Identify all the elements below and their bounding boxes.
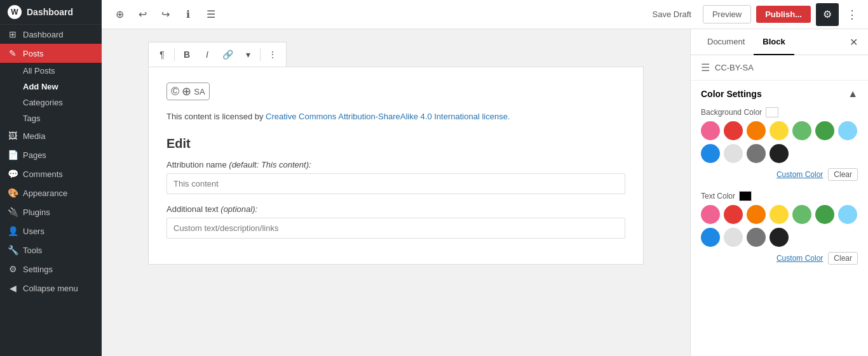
appearance-icon: 🎨	[8, 188, 18, 198]
top-toolbar: ⊕ ↩ ↪ ℹ ☰ Save Draft Preview Publish... …	[102, 0, 868, 29]
color-settings-title: Color Settings	[701, 89, 762, 99]
pages-icon: 📄	[8, 150, 18, 160]
bg-color-swatch-pink-light[interactable]	[701, 121, 720, 140]
add-block-button[interactable]: ⊕	[109, 4, 130, 25]
sidebar-item-comments[interactable]: 💬 Comments	[0, 164, 102, 183]
text-color-swatch-blue[interactable]	[701, 228, 720, 247]
block-more-button[interactable]: ⋮	[263, 45, 282, 64]
sidebar-item-pages[interactable]: 📄 Pages	[0, 145, 102, 164]
italic-button[interactable]: I	[198, 45, 217, 64]
bg-custom-color-link[interactable]: Custom Color	[776, 170, 823, 179]
sidebar-item-dashboard[interactable]: ⊞ Dashboard	[0, 25, 102, 44]
license-link[interactable]: Creative Commons Attribution-ShareAlike …	[266, 112, 510, 121]
text-color-swatch-blue-light[interactable]	[838, 205, 857, 224]
panel-license-section: ☰ CC-BY-SA	[691, 55, 868, 81]
comments-icon: 💬	[8, 169, 18, 179]
license-section-text: CC-BY-SA	[715, 63, 754, 72]
bg-color-actions: Custom Color Clear	[701, 168, 858, 181]
text-color-swatch-gray-light[interactable]	[724, 228, 743, 247]
bg-color-swatch-black[interactable]	[770, 144, 789, 163]
sidebar-item-tags[interactable]: Tags	[23, 110, 102, 126]
close-icon: ✕	[850, 37, 858, 48]
text-color-swatch-gray[interactable]	[747, 228, 766, 247]
bg-color-swatch-blue[interactable]	[701, 144, 720, 163]
text-color-swatch-orange[interactable]	[747, 205, 766, 224]
save-draft-button[interactable]: Save Draft	[646, 6, 698, 23]
block-more-icon: ⋮	[268, 49, 277, 60]
sidebar-item-users[interactable]: 👤 Users	[0, 221, 102, 241]
bg-color-swatch-blue-light[interactable]	[838, 121, 857, 140]
sidebar-item-appearance[interactable]: 🎨 Appearance	[0, 183, 102, 202]
media-icon: 🖼	[8, 131, 18, 141]
categories-label: Categories	[23, 98, 63, 107]
users-icon: 👤	[8, 226, 18, 236]
license-prefix: This content is licensed by	[166, 112, 266, 121]
collapse-chevron-icon: ▲	[848, 88, 858, 99]
block-type-button[interactable]: ¶	[153, 45, 172, 64]
undo-button[interactable]: ↩	[132, 4, 153, 25]
wp-logo-icon: W	[8, 5, 22, 19]
sidebar-item-label: Posts	[23, 49, 44, 58]
text-custom-color-link[interactable]: Custom Color	[776, 254, 823, 263]
additional-input[interactable]	[166, 218, 625, 239]
bg-color-swatch-gray[interactable]	[747, 144, 766, 163]
preview-button[interactable]: Preview	[703, 5, 751, 23]
link-button[interactable]: 🔗	[218, 45, 237, 64]
sidebar-item-tools[interactable]: 🔧 Tools	[0, 241, 102, 260]
editor-wrapper: ¶ B I 🔗 ▾	[148, 42, 644, 343]
settings-icon: ⚙	[8, 264, 18, 274]
sidebar-item-plugins[interactable]: 🔌 Plugins	[0, 202, 102, 221]
sidebar-item-label: Dashboard	[23, 30, 64, 39]
info-icon: ℹ	[186, 8, 190, 20]
text-color-swatch-black[interactable]	[770, 228, 789, 247]
bg-clear-button[interactable]: Clear	[828, 168, 858, 181]
attribution-input[interactable]	[166, 173, 625, 194]
publish-button[interactable]: Publish...	[756, 6, 811, 23]
toolbar-divider	[174, 48, 175, 61]
tab-document[interactable]: Document	[698, 29, 754, 55]
color-settings-header: Color Settings ▲	[701, 88, 858, 100]
bg-color-swatch-green[interactable]	[815, 121, 834, 140]
color-settings-collapse-button[interactable]: ▲	[848, 88, 858, 100]
list-view-button[interactable]: ☰	[201, 4, 221, 25]
sidebar-item-collapse[interactable]: ◀ Collapse menu	[0, 279, 102, 298]
settings-button[interactable]: ⚙	[816, 3, 839, 26]
dropdown-button[interactable]: ▾	[238, 45, 257, 64]
text-clear-button[interactable]: Clear	[828, 252, 858, 265]
text-color-swatch-green-light[interactable]	[792, 205, 811, 224]
text-color-swatch-red[interactable]	[724, 205, 743, 224]
bg-color-swatch-gray-light[interactable]	[724, 144, 743, 163]
italic-icon: I	[206, 49, 208, 60]
bg-color-swatch-orange[interactable]	[747, 121, 766, 140]
undo-icon: ↩	[139, 8, 147, 20]
sidebar-item-label: Tools	[23, 246, 42, 255]
more-options-button[interactable]: ⋮	[844, 8, 860, 22]
bg-color-swatch-green-light[interactable]	[792, 121, 811, 140]
by-icon: ⊕	[182, 84, 191, 98]
text-color-swatch-pink-light[interactable]	[701, 205, 720, 224]
sidebar-item-media[interactable]: 🖼 Media	[0, 126, 102, 145]
sidebar-item-add-new[interactable]: Add New	[23, 79, 102, 95]
sidebar-item-label: Pages	[23, 150, 46, 160]
bold-button[interactable]: B	[177, 45, 196, 64]
sidebar-logo[interactable]: W Dashboard	[0, 0, 102, 25]
panel-close-button[interactable]: ✕	[847, 29, 860, 55]
editor-block: © ⊕ SA This content is licensed by Creat…	[148, 67, 644, 265]
sidebar-item-settings[interactable]: ⚙ Settings	[0, 260, 102, 279]
posts-submenu: All Posts Add New Categories Tags	[0, 63, 102, 126]
sidebar-item-categories[interactable]: Categories	[23, 95, 102, 110]
sidebar-item-all-posts[interactable]: All Posts	[23, 63, 102, 79]
text-color-swatch-yellow[interactable]	[770, 205, 789, 224]
bg-color-swatch-red[interactable]	[724, 121, 743, 140]
bg-color-swatch-yellow[interactable]	[770, 121, 789, 140]
sidebar-logo-label: Dashboard	[27, 7, 73, 17]
sidebar-item-label: Settings	[23, 265, 53, 274]
sa-icon: SA	[194, 87, 205, 96]
dashboard-icon: ⊞	[8, 29, 18, 39]
tab-block[interactable]: Block	[754, 29, 794, 55]
sidebar-item-posts[interactable]: ✎ Posts	[0, 44, 102, 63]
info-button[interactable]: ℹ	[178, 4, 198, 25]
redo-button[interactable]: ↪	[155, 4, 175, 25]
text-color-swatch-green[interactable]	[815, 205, 834, 224]
bold-icon: B	[184, 49, 190, 60]
